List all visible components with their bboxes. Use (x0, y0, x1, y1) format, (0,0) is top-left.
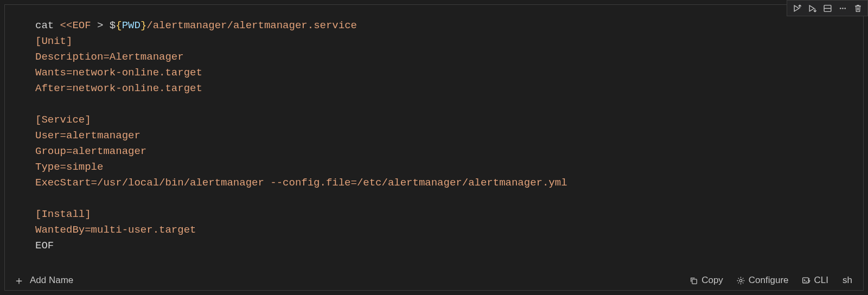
plus-icon: ＋ (14, 275, 24, 286)
play-up-icon (793, 4, 802, 13)
cli-button[interactable]: CLI (800, 274, 831, 287)
delete-button[interactable] (850, 2, 865, 15)
ellipsis-icon (838, 4, 847, 13)
gear-icon (736, 276, 745, 285)
split-button[interactable] (820, 2, 835, 15)
copy-icon (689, 276, 698, 285)
trash-icon (853, 4, 863, 13)
play-down-icon (808, 4, 817, 13)
terminal-bolt-icon (802, 276, 811, 285)
code-token: PWD (122, 20, 141, 31)
code-token: EOF (35, 240, 54, 252)
add-name-label: Add Name (30, 275, 73, 286)
run-below-button[interactable] (805, 2, 820, 15)
more-button[interactable] (835, 2, 850, 15)
language-chip[interactable]: sh (839, 274, 856, 287)
svg-point-2 (839, 8, 841, 9)
cell-toolbar (787, 0, 868, 16)
code-token: <<EOF (60, 20, 91, 31)
copy-button[interactable]: Copy (687, 274, 725, 287)
split-icon (823, 4, 832, 13)
code-token: } (141, 20, 146, 31)
code-token: > (91, 20, 110, 31)
configure-label: Configure (749, 275, 789, 286)
add-name-button[interactable]: ＋ Add Name (10, 274, 76, 287)
code-token: { (116, 20, 122, 31)
language-label: sh (843, 275, 852, 285)
code-editor[interactable]: cat <<EOF > ${PWD}/alertmanager/alertman… (5, 5, 863, 272)
code-cell: cat <<EOF > ${PWD}/alertmanager/alertman… (4, 4, 864, 291)
svg-point-6 (739, 279, 742, 282)
svg-rect-5 (692, 279, 697, 284)
code-token: /alertmanager/alertmanager.service (146, 20, 357, 31)
cell-bottom-bar: ＋ Add Name Copy Configure (5, 272, 863, 290)
run-above-button[interactable] (789, 2, 805, 15)
code-token: $ (110, 20, 116, 31)
copy-label: Copy (701, 275, 723, 286)
svg-point-3 (842, 8, 844, 9)
svg-point-4 (844, 8, 846, 9)
heredoc-body: [Unit] Description=Alertmanager Wants=ne… (35, 35, 567, 236)
code-token: cat (35, 20, 60, 31)
cli-label: CLI (814, 275, 828, 286)
configure-button[interactable]: Configure (734, 274, 791, 287)
